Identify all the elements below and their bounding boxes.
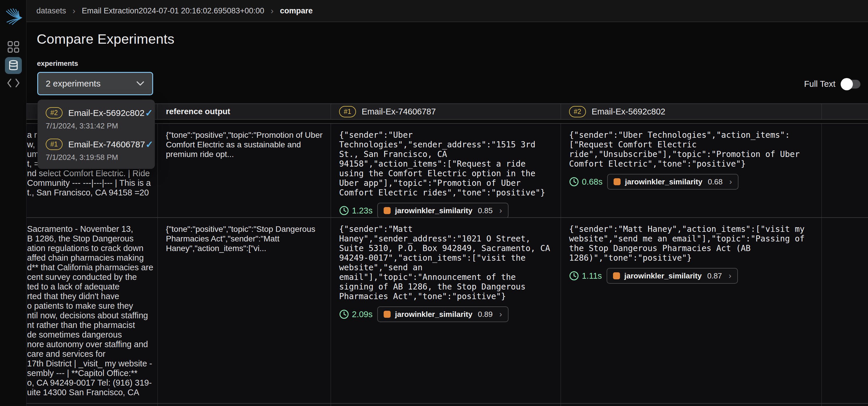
breadcrumb-datasets[interactable]: datasets: [36, 6, 66, 16]
latency-value: 1.11s: [582, 271, 602, 281]
clock-icon: [569, 177, 579, 187]
metric-score: 0.68: [708, 177, 723, 186]
cell-experiment-1-output: {"sender":"Uber Technologies","sender_ad…: [331, 124, 561, 217]
latency: 0.68s: [569, 177, 602, 187]
breadcrumb-dataset-name[interactable]: Email Extraction2024-07-01 20:16:02.6950…: [82, 6, 264, 16]
chevron-right-icon: ›: [499, 310, 502, 319]
run-feedback: 1.11s jarowinkler_similarity 0.87 ›: [569, 268, 814, 284]
experiments-select[interactable]: 2 experiments: [37, 72, 153, 95]
metric-name: jarowinkler_similarity: [395, 206, 472, 215]
experiments-select-value: 2 experiments: [46, 79, 136, 89]
sidebar-item-playground[interactable]: [0, 78, 27, 88]
bird-logo-icon: [4, 7, 23, 26]
cell-experiment-1-output: {"sender":"Matt Haney","sender_address":…: [331, 218, 561, 403]
metric-name: jarowinkler_similarity: [624, 271, 702, 281]
metric-name: jarowinkler_similarity: [395, 310, 472, 319]
header-extra-column: [822, 104, 868, 119]
topbar: datasets › Email Extraction2024-07-01 20…: [27, 0, 868, 22]
header-experiment-1[interactable]: #1 Email-Ex-74606787: [331, 104, 561, 119]
input-text: Sacramento - November 13, B 1286, the St…: [27, 218, 157, 397]
header-experiment-2[interactable]: #2 Email-Ex-5692c802: [561, 104, 822, 119]
run-feedback: 2.09s jarowinkler_similarity 0.89 ›: [339, 307, 554, 322]
feedback-chip[interactable]: jarowinkler_similarity 0.89 ›: [377, 307, 508, 322]
reference-output-text: {"tone":"positive","topic":"Promotion of…: [166, 130, 324, 159]
cell-reference-output: {"tone":"positive","topic":"Stop Dangero…: [158, 218, 331, 403]
reference-output-text: {"tone":"positive","topic":"Stop Dangero…: [166, 224, 324, 253]
experiment-output-json: {"sender":"Uber Technologies","action_it…: [569, 130, 814, 169]
experiment-option-name: Email-Ex-74606787: [68, 140, 145, 149]
selected-nav-highlight: [5, 57, 22, 74]
chevron-right-icon: ›: [729, 177, 732, 186]
cell-extra: [822, 124, 868, 217]
metric-score: 0.85: [478, 206, 493, 215]
breadcrumb-compare: compare: [280, 6, 313, 16]
clock-icon: [339, 206, 349, 215]
experiments-select-label: experiments: [37, 59, 78, 67]
full-text-toggle[interactable]: [842, 80, 861, 89]
chevron-down-icon: [136, 81, 145, 87]
latency-value: 0.68s: [582, 177, 602, 187]
metric-color-swatch-icon: [384, 207, 391, 214]
cell-experiment-2-output: {"sender":"Matt Haney","action_items":["…: [561, 218, 822, 403]
breadcrumb-separator-icon: ›: [72, 6, 75, 15]
full-text-control: Full Text: [804, 79, 861, 89]
reference-output-label: reference output: [166, 107, 230, 116]
full-text-label: Full Text: [804, 79, 835, 89]
database-icon: [8, 60, 19, 71]
cell-extra: [822, 218, 868, 403]
metric-color-swatch-icon: [384, 311, 391, 318]
code-brackets-icon: [7, 78, 20, 88]
feedback-chip[interactable]: jarowinkler_similarity 0.68 ›: [607, 174, 739, 190]
langsmith-logo[interactable]: [0, 7, 27, 26]
clock-icon: [339, 309, 349, 319]
cell-input: Sacramento - November 13, B 1286, the St…: [27, 218, 158, 403]
experiment-rank-badge: #2: [46, 107, 63, 119]
cell-reference-output: {"tone":"positive","topic":"Promotion of…: [158, 124, 331, 217]
experiments-dropdown-menu: #2 Email-Ex-5692c802 ✓ 7/1/2024, 3:31:42…: [37, 99, 155, 169]
sidebar: [0, 0, 27, 406]
breadcrumb-separator-icon: ›: [271, 6, 274, 15]
experiment-option-timestamp: 7/1/2024, 3:19:58 PM: [46, 153, 148, 162]
run-feedback: 0.68s jarowinkler_similarity 0.68 ›: [569, 174, 814, 190]
sidebar-item-datasets[interactable]: [0, 57, 27, 74]
metric-score: 0.87: [707, 271, 722, 281]
latency: 2.09s: [339, 309, 373, 319]
experiment-option[interactable]: #1 Email-Ex-74606787 ✓ 7/1/2024, 3:19:58…: [37, 137, 155, 166]
run-feedback: 1.23s jarowinkler_similarity 0.85 ›: [339, 203, 554, 217]
table-row-clipped: [27, 404, 868, 406]
experiment-output-json: {"sender":"Matt Haney","action_items":["…: [569, 224, 814, 263]
latency: 1.11s: [569, 271, 602, 281]
experiment-name: Email-Ex-74606787: [362, 107, 436, 116]
experiment-option-timestamp: 7/1/2024, 3:31:42 PM: [46, 121, 148, 130]
check-icon: ✓: [146, 139, 153, 150]
experiment-name: Email-Ex-5692c802: [592, 107, 665, 116]
metric-name: jarowinkler_similarity: [625, 177, 702, 186]
feedback-chip[interactable]: jarowinkler_similarity 0.87 ›: [607, 268, 738, 284]
chevron-right-icon: ›: [499, 206, 502, 215]
grid-icon: [7, 41, 20, 53]
table-row[interactable]: Sacramento - November 13, B 1286, the St…: [27, 218, 868, 404]
latency-value: 1.23s: [352, 206, 373, 215]
feedback-chip[interactable]: jarowinkler_similarity 0.85 ›: [377, 203, 508, 217]
metric-color-swatch-icon: [613, 272, 620, 279]
chevron-right-icon: ›: [728, 271, 731, 281]
latency-value: 2.09s: [352, 310, 373, 319]
header-reference-output: reference output: [158, 104, 331, 119]
experiment-output-json: {"sender":"Uber Technologies","sender_ad…: [339, 130, 554, 198]
experiment-rank-badge: #1: [46, 139, 63, 150]
experiment-rank-badge: #1: [339, 106, 356, 117]
toggle-knob: [841, 78, 853, 90]
sidebar-item-home[interactable]: [0, 41, 27, 53]
page-title: Compare Experiments: [37, 31, 174, 47]
check-icon: ✓: [145, 108, 153, 119]
clock-icon: [569, 271, 579, 281]
experiment-rank-badge: #2: [569, 106, 586, 117]
cell-experiment-2-output: {"sender":"Uber Technologies","action_it…: [561, 124, 822, 217]
experiment-option-name: Email-Ex-5692c802: [68, 108, 145, 118]
metric-score: 0.89: [478, 310, 493, 319]
experiment-output-json: {"sender":"Matt Haney","sender_address":…: [339, 224, 554, 301]
experiment-option[interactable]: #2 Email-Ex-5692c802 ✓ 7/1/2024, 3:31:42…: [37, 106, 155, 135]
metric-color-swatch-icon: [614, 178, 621, 185]
latency: 1.23s: [339, 206, 373, 215]
